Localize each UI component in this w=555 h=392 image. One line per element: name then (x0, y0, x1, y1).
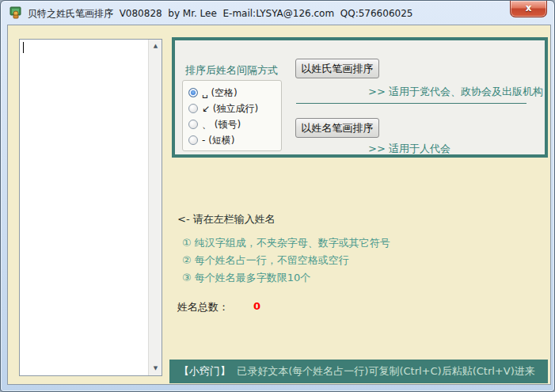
names-input-textarea[interactable]: ▲ ▼ (19, 39, 162, 376)
name-count-label: 姓名总数： (177, 300, 229, 314)
radio-label: ␣ (空格) (202, 86, 238, 100)
radio-label: ↙ (独立成行) (202, 102, 258, 116)
sort-by-surname-button[interactable]: 以姓氏笔画排序 (295, 59, 379, 78)
scroll-up-icon[interactable]: ▲ (149, 40, 162, 53)
radio-icon[interactable] (188, 135, 198, 145)
vertical-scrollbar[interactable]: ▲ ▼ (148, 40, 162, 375)
fullname-usage-hint: >> 适用于人代会 (368, 142, 450, 156)
radio-label: - (短横) (202, 134, 235, 147)
client-area: ▲ ▼ 排序后姓名间隔方式 ␣ (空格) ↙ (独立成行) 、 (顿号) (7, 25, 551, 385)
radio-label: 、 (顿号) (202, 118, 241, 131)
radio-icon[interactable] (188, 104, 198, 113)
radio-option-space[interactable]: ␣ (空格) (188, 85, 281, 101)
input-rules: ① 纯汉字组成，不夹杂字母、数字或其它符号 ② 每个姓名占一行，不留空格或空行 … (182, 234, 390, 287)
app-icon (10, 6, 22, 19)
scroll-down-icon[interactable]: ▼ (149, 362, 162, 375)
panel-divider (296, 103, 526, 104)
radio-option-comma[interactable]: 、 (顿号) (188, 116, 281, 132)
input-prompt: <- 请在左栏输入姓名 (177, 212, 276, 226)
name-count-value: 0 (253, 300, 260, 312)
rule-3: ③ 每个姓名最多字数限10个 (182, 269, 390, 287)
sort-by-fullname-button[interactable]: 以姓名笔画排序 (295, 118, 379, 138)
sort-options-panel: 排序后姓名间隔方式 ␣ (空格) ↙ (独立成行) 、 (顿号) - (短横) (172, 37, 548, 158)
rule-2: ② 每个姓名占一行，不留空格或空行 (182, 252, 390, 269)
tip-text: 已录好文本(每个姓名占一行)可复制(Ctrl+C)后粘贴(Ctrl+V)进来 (230, 365, 535, 377)
radio-option-newline[interactable]: ↙ (独立成行) (188, 101, 281, 116)
radio-icon[interactable] (188, 120, 198, 129)
tip-title: 【小窍门】 (179, 365, 230, 377)
app-window: 贝特之姓氏笔画排序 V080828 by Mr. Lee E-mail:LYSY… (0, 0, 555, 392)
radio-icon[interactable] (188, 88, 198, 97)
radio-option-dash[interactable]: - (短横) (188, 132, 281, 148)
tip-bar: 【小窍门】 已录好文本(每个姓名占一行)可复制(Ctrl+C)后粘贴(Ctrl+… (169, 360, 548, 383)
window-title: 贝特之姓氏笔画排序 V080828 by Mr. Lee E-mail:LYSY… (28, 7, 412, 21)
rule-1: ① 纯汉字组成，不夹杂字母、数字或其它符号 (182, 234, 390, 252)
text-cursor (23, 42, 24, 53)
surname-usage-hint: >> 适用于党代会、政协会及出版机构 (368, 85, 543, 99)
separator-options-group: ␣ (空格) ↙ (独立成行) 、 (顿号) - (短横) (182, 80, 282, 151)
title-bar[interactable]: 贝特之姓氏笔画排序 V080828 by Mr. Lee E-mail:LYSY… (1, 1, 554, 25)
close-button[interactable]: x (510, 1, 547, 17)
separator-mode-label: 排序后姓名间隔方式 (185, 63, 278, 78)
